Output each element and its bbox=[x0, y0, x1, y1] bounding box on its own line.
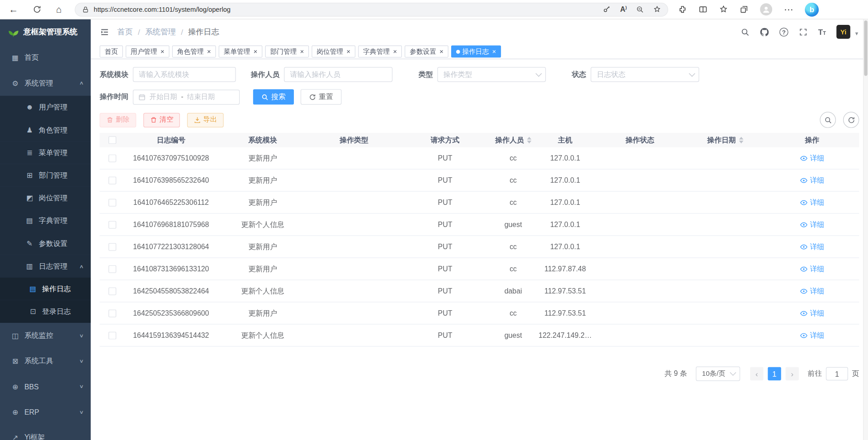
sidebar-item-erp[interactable]: ⊕ERP∨ bbox=[0, 399, 91, 425]
header-search-icon[interactable] bbox=[741, 28, 750, 37]
column-header-date[interactable]: 操作日期 bbox=[685, 135, 765, 145]
detail-link[interactable]: 详细 bbox=[800, 308, 824, 318]
sidebar-item-dict-mgmt[interactable]: ▤字典管理 bbox=[0, 209, 91, 232]
detail-link[interactable]: 详细 bbox=[800, 175, 824, 185]
tab-user-mgmt[interactable]: 用户管理× bbox=[126, 45, 170, 57]
help-icon[interactable]: ? bbox=[779, 28, 788, 37]
breadcrumb-home[interactable]: 首页 bbox=[118, 27, 133, 37]
tab-dept-mgmt[interactable]: 部门管理× bbox=[265, 45, 309, 57]
detail-link[interactable]: 详细 bbox=[800, 286, 824, 296]
module-input[interactable] bbox=[133, 67, 236, 82]
sidebar-item-role-mgmt[interactable]: ♟角色管理 bbox=[0, 118, 91, 141]
tab-home[interactable]: 首页 bbox=[99, 45, 123, 57]
detail-link[interactable]: 详细 bbox=[800, 198, 824, 208]
sidebar-item-user-mgmt[interactable]: ☻用户管理 bbox=[0, 96, 91, 118]
table-row: 1641077221303128064更新用户PUTcc127.0.0.1详细 bbox=[99, 236, 859, 258]
close-tab-icon[interactable]: × bbox=[254, 49, 258, 54]
detail-link[interactable]: 详细 bbox=[800, 220, 824, 230]
page-scrollbar[interactable] bbox=[863, 19, 868, 440]
sidebar-item-log-mgmt[interactable]: ▥日志管理∧ bbox=[0, 255, 91, 277]
close-tab-icon[interactable]: × bbox=[439, 49, 443, 54]
read-aloud-icon[interactable]: A) bbox=[620, 5, 627, 14]
sort-icon[interactable] bbox=[739, 137, 743, 143]
detail-link[interactable]: 详细 bbox=[800, 241, 824, 251]
sidebar-item-menu-mgmt[interactable]: ≣菜单管理 bbox=[0, 141, 91, 164]
sidebar-item-yi-framework[interactable]: ↗Yi框架 bbox=[0, 425, 91, 440]
close-tab-icon[interactable]: × bbox=[160, 49, 165, 54]
browser-home-icon[interactable]: ⌂ bbox=[56, 5, 62, 14]
select-all-checkbox[interactable] bbox=[108, 136, 116, 144]
export-button[interactable]: 导出 bbox=[187, 113, 224, 127]
clear-button[interactable]: 清空 bbox=[143, 113, 180, 127]
delete-button[interactable]: 删除 bbox=[99, 113, 136, 127]
tab-param-settings[interactable]: 参数设置× bbox=[405, 45, 448, 57]
font-size-icon[interactable]: TT bbox=[818, 28, 826, 36]
sidebar-item-bbs[interactable]: ⊕BBS∨ bbox=[0, 374, 91, 399]
sidebar-item-home[interactable]: ▦首页 bbox=[0, 45, 91, 70]
collections-icon[interactable] bbox=[740, 5, 749, 14]
browser-back-icon[interactable]: ← bbox=[9, 5, 19, 14]
detail-link[interactable]: 详细 bbox=[800, 264, 824, 274]
chevron-down-icon[interactable]: ▼ bbox=[854, 31, 859, 37]
sidebar-item-system-tools[interactable]: ⊠系统工具∨ bbox=[0, 348, 91, 374]
bing-copilot-icon[interactable]: b bbox=[805, 3, 819, 17]
tab-role-mgmt[interactable]: 角色管理× bbox=[172, 45, 216, 57]
row-checkbox[interactable] bbox=[108, 331, 116, 339]
tab-post-mgmt[interactable]: 岗位管理× bbox=[311, 45, 355, 57]
browser-refresh-icon[interactable] bbox=[33, 5, 42, 14]
fullscreen-icon[interactable] bbox=[799, 28, 808, 37]
sidebar-item-system-mgmt[interactable]: ⚙系统管理∧ bbox=[0, 71, 91, 96]
row-checkbox[interactable] bbox=[108, 287, 116, 295]
next-page-button[interactable]: › bbox=[786, 367, 799, 380]
goto-page-input[interactable] bbox=[826, 367, 848, 380]
column-header-operator[interactable]: 操作人员 bbox=[491, 135, 536, 145]
favorites-icon[interactable] bbox=[719, 5, 728, 14]
prev-page-button[interactable]: ‹ bbox=[750, 367, 763, 380]
close-tab-icon[interactable]: × bbox=[300, 49, 304, 54]
reset-button[interactable]: 重置 bbox=[301, 89, 342, 104]
row-checkbox[interactable] bbox=[108, 199, 116, 206]
sidebar-item-param-settings[interactable]: ✎参数设置 bbox=[0, 232, 91, 255]
split-screen-icon[interactable] bbox=[699, 5, 708, 14]
sidebar-item-system-monitor[interactable]: ◫系统监控∨ bbox=[0, 323, 91, 348]
row-checkbox[interactable] bbox=[108, 309, 116, 317]
user-avatar[interactable]: Yi bbox=[836, 25, 850, 39]
sidebar-item-login-log[interactable]: ⊡登录日志 bbox=[0, 300, 91, 323]
browser-profile-avatar[interactable] bbox=[760, 3, 773, 15]
row-checkbox[interactable] bbox=[108, 265, 116, 273]
type-select[interactable]: 操作类型 bbox=[437, 67, 546, 82]
close-tab-icon[interactable]: × bbox=[492, 49, 496, 54]
toggle-search-button[interactable] bbox=[820, 112, 836, 128]
row-checkbox[interactable] bbox=[108, 176, 116, 184]
refresh-table-button[interactable] bbox=[843, 112, 859, 128]
sort-icon[interactable] bbox=[527, 137, 531, 143]
detail-link[interactable]: 详细 bbox=[800, 330, 824, 340]
status-select[interactable]: 日志状态 bbox=[591, 67, 699, 82]
search-button[interactable]: 搜索 bbox=[253, 89, 294, 104]
detail-link[interactable]: 详细 bbox=[800, 153, 824, 163]
tab-dict-mgmt[interactable]: 字典管理× bbox=[358, 45, 402, 57]
row-checkbox[interactable] bbox=[108, 154, 116, 162]
row-checkbox[interactable] bbox=[108, 221, 116, 228]
sidebar-item-dept-mgmt[interactable]: ⊞部门管理 bbox=[0, 164, 91, 186]
close-tab-icon[interactable]: × bbox=[393, 49, 397, 54]
extensions-icon[interactable] bbox=[678, 5, 687, 14]
tab-menu-mgmt[interactable]: 菜单管理× bbox=[219, 45, 263, 57]
row-checkbox[interactable] bbox=[108, 243, 116, 251]
password-key-icon[interactable] bbox=[603, 5, 611, 13]
tab-oper-log[interactable]: 操作日志× bbox=[451, 45, 501, 57]
operator-input[interactable] bbox=[284, 67, 392, 82]
close-tab-icon[interactable]: × bbox=[347, 49, 351, 54]
sidebar-item-oper-log[interactable]: ▤操作日志 bbox=[0, 277, 91, 300]
date-range-input[interactable]: 开始日期 - 结束日期 bbox=[133, 90, 240, 104]
sidebar-item-post-mgmt[interactable]: ◩岗位管理 bbox=[0, 187, 91, 209]
zoom-out-icon[interactable] bbox=[636, 5, 644, 13]
add-favorite-icon[interactable] bbox=[653, 5, 661, 13]
page-size-select[interactable]: 10条/页 bbox=[696, 367, 740, 381]
browser-more-icon[interactable]: ⋯ bbox=[784, 5, 793, 14]
page-1-button[interactable]: 1 bbox=[768, 367, 781, 380]
github-icon[interactable] bbox=[760, 28, 769, 37]
address-bar[interactable]: https://ccnetcore.com:1101/system/log/op… bbox=[75, 3, 669, 17]
close-tab-icon[interactable]: × bbox=[207, 49, 211, 54]
sidebar-fold-icon[interactable] bbox=[99, 27, 109, 37]
